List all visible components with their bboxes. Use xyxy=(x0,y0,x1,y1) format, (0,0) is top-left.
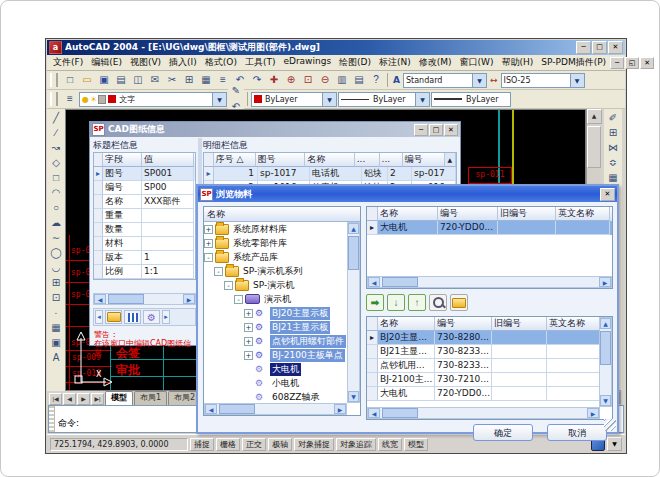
dialog-minimize-button[interactable]: ─ xyxy=(414,124,428,136)
maximize-button[interactable]: □ xyxy=(592,41,607,54)
open-folder-icon[interactable] xyxy=(450,294,468,311)
menu-item[interactable]: 修改(M) xyxy=(415,55,456,70)
layer-manager-icon[interactable]: ≡ xyxy=(62,91,78,107)
column-header[interactable]: 名称 xyxy=(305,153,355,167)
construction-line-icon[interactable]: ∕ xyxy=(48,125,64,140)
tree-vertical-scrollbar[interactable]: ▲ ▼ xyxy=(347,222,360,403)
scrollbar-thumb[interactable] xyxy=(600,331,611,365)
open-icon[interactable]: ▭ xyxy=(79,72,95,88)
status-toggle[interactable]: 模型 xyxy=(404,438,428,451)
expand-toggle-icon[interactable]: - xyxy=(204,253,213,262)
table-row[interactable]: ▸图号SP001 xyxy=(94,167,195,181)
zoom-previous-icon[interactable]: ⊖ xyxy=(317,72,333,88)
tree-item[interactable]: +⚙BJ-2100主板单点 xyxy=(204,348,347,362)
table-row[interactable]: 材料 xyxy=(94,237,195,251)
status-toggle[interactable]: 对象捕捉 xyxy=(294,438,334,451)
publish-icon[interactable]: ✉ xyxy=(147,72,163,88)
toolbar-grip[interactable] xyxy=(50,92,58,106)
dialog-title-bar[interactable]: SP CAD图纸信息 ─ □ ✕ xyxy=(90,122,460,137)
polyline-icon[interactable]: ↝ xyxy=(48,140,64,155)
column-header[interactable]: 序号 △ xyxy=(214,153,256,167)
region-icon[interactable]: ▣ xyxy=(48,335,64,350)
horizontal-scrollbar[interactable]: ◀ ▶ xyxy=(367,276,612,288)
tree-item[interactable]: +系统零部件库 xyxy=(204,236,347,250)
tree-item[interactable]: ⚙608ZZ轴承 xyxy=(204,390,347,403)
circle-icon[interactable]: ○ xyxy=(48,200,64,215)
status-toggle[interactable]: 线宽 xyxy=(378,438,402,451)
column-header[interactable]: 名称 xyxy=(378,317,435,331)
tree-horizontal-scrollbar[interactable]: ◀ ▶ xyxy=(204,403,347,415)
menu-item[interactable]: 视图(V) xyxy=(126,55,165,70)
table-row[interactable]: 版本1 xyxy=(94,251,195,265)
designcenter-icon[interactable]: ▥ xyxy=(334,72,350,88)
chevron-down-icon[interactable]: ▼ xyxy=(415,93,429,106)
column-header[interactable]: 名称 xyxy=(378,207,438,221)
chevron-down-icon[interactable]: ▼ xyxy=(322,93,336,106)
scroll-up-icon[interactable]: ▲ xyxy=(445,153,456,167)
expand-toggle-icon[interactable]: - xyxy=(234,295,243,304)
expand-toggle-icon[interactable]: + xyxy=(244,337,253,346)
text-style-combo[interactable]: Standard ▼ xyxy=(403,73,487,88)
menu-item[interactable]: 编辑(E) xyxy=(87,55,126,70)
pan-icon[interactable]: ✚ xyxy=(266,72,282,88)
column-header[interactable]: 旧编号 xyxy=(498,207,556,221)
make-block-icon[interactable]: ⊡ xyxy=(48,290,64,305)
barcode-icon[interactable] xyxy=(124,310,141,324)
ok-button[interactable]: 确定 xyxy=(473,424,533,441)
tree-item[interactable]: +⚙BJ20主显示板 xyxy=(204,306,347,320)
scrollbar-thumb[interactable] xyxy=(219,404,255,414)
erase-icon[interactable]: ✐ xyxy=(605,110,621,125)
status-toggle[interactable]: 栅格 xyxy=(216,438,240,451)
scroll-left-icon[interactable]: ◀ xyxy=(368,277,380,287)
table-row[interactable]: 重量 xyxy=(94,209,195,223)
chevron-down-icon[interactable]: ▼ xyxy=(472,74,486,87)
scroll-up-icon[interactable]: ▲ xyxy=(587,109,602,124)
table-row[interactable]: BJ-2100主...730-7210... xyxy=(367,373,612,387)
mtext-icon[interactable]: A xyxy=(48,350,64,365)
open-record-icon[interactable] xyxy=(105,310,122,324)
column-header[interactable]: 旧编号 xyxy=(492,317,547,331)
send-right-icon[interactable]: ➡ xyxy=(366,294,384,311)
table-row[interactable]: 点钞机用...730-8233... xyxy=(367,359,612,373)
chevron-down-icon[interactable]: ▼ xyxy=(212,93,226,106)
title-bar[interactable]: a AutoCAD 2004 - [E:\UG\dwg\图框\测试用图(部件).… xyxy=(47,40,625,55)
column-header[interactable]: 编号 xyxy=(438,207,498,221)
properties-icon[interactable]: ▤ xyxy=(351,72,367,88)
layout-tab[interactable]: 模型 xyxy=(105,391,133,405)
expand-toggle-icon[interactable]: + xyxy=(244,323,253,332)
toolbar-grip[interactable] xyxy=(50,73,58,87)
dialog-title-bar[interactable]: SP 浏览物料 ✕ xyxy=(198,186,617,202)
scroll-right-icon[interactable]: ▶ xyxy=(334,404,346,414)
array-icon[interactable]: ▦ xyxy=(605,170,621,185)
revision-cloud-icon[interactable]: ☁ xyxy=(48,215,64,230)
search-icon[interactable] xyxy=(429,294,447,311)
chevron-down-icon[interactable]: ▼ xyxy=(570,74,584,87)
column-header[interactable]: ... xyxy=(380,153,403,167)
scroll-up-icon[interactable]: ▲ xyxy=(348,223,359,234)
command-window-grip[interactable] xyxy=(49,406,55,432)
move-down-icon[interactable]: ↓ xyxy=(387,294,405,311)
column-header[interactable]: 英文名称 xyxy=(556,207,610,221)
status-toggle[interactable]: 对象追踪 xyxy=(336,438,376,451)
zoom-realtime-icon[interactable]: ⊕ xyxy=(283,72,299,88)
scroll-down-icon[interactable]: ▼ xyxy=(600,395,611,406)
tree-item[interactable]: ⚙大电机 xyxy=(204,362,347,376)
copy-object-icon[interactable]: ⊞ xyxy=(605,125,621,140)
tree-item[interactable]: -SP-演示机系列 xyxy=(204,264,347,278)
layout-tab[interactable]: 布局1 xyxy=(134,391,167,405)
table-row[interactable]: 大电机720-YDD0... xyxy=(367,387,612,401)
menu-item[interactable]: SP-PDM插件(P) xyxy=(537,55,610,70)
close-button[interactable]: ✕ xyxy=(608,41,623,54)
vertical-scrollbar[interactable]: ▲ ▼ xyxy=(599,317,612,407)
hatch-icon[interactable]: ▦ xyxy=(48,320,64,335)
layer-combo[interactable]: ● ☀ 文字 ▼ xyxy=(79,92,227,107)
menu-item[interactable]: 标注(N) xyxy=(375,55,415,70)
insert-block-icon[interactable]: ⊞ xyxy=(48,275,64,290)
expand-toggle-icon[interactable]: + xyxy=(204,225,213,234)
tab-nav-icon[interactable]: ▶ xyxy=(77,393,90,405)
spline-icon[interactable]: ∼ xyxy=(48,230,64,245)
scroll-left-icon[interactable]: ◀ xyxy=(368,408,380,418)
tab-nav-icon[interactable]: |◀ xyxy=(49,393,62,405)
column-header[interactable]: 英文名称 xyxy=(547,317,600,331)
table-row[interactable]: 编号SP00 xyxy=(94,181,195,195)
